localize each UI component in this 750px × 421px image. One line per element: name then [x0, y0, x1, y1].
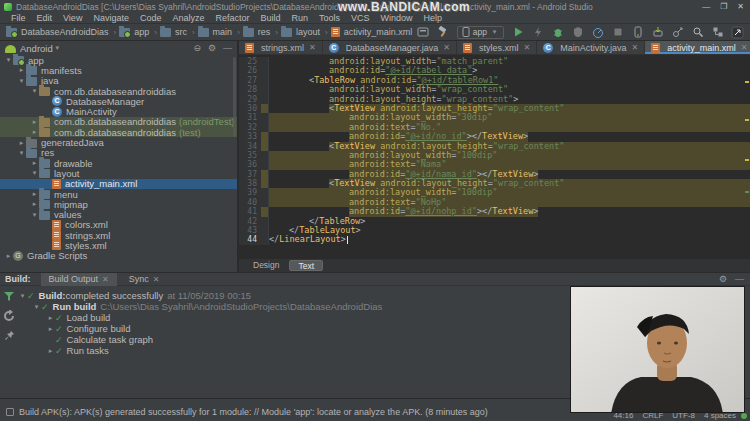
code-line-44[interactable]: 44</LinearLayout> — [239, 235, 750, 244]
menu-edit[interactable]: Edit — [32, 13, 58, 23]
code-editor[interactable]: 25android:layout_width="match_parent"26a… — [239, 55, 750, 258]
chevron-down-icon[interactable]: ▾ — [30, 87, 39, 95]
menu-refactor[interactable]: Refactor — [210, 13, 254, 23]
breadcrumb-main[interactable]: ›main — [189, 27, 232, 37]
chevron-down-icon[interactable]: ▾ — [32, 303, 41, 311]
tree-item-layout[interactable]: ▾layout — [0, 168, 237, 178]
code-line-39[interactable]: 39android:layout_width="100dip" — [239, 188, 750, 197]
build-tab-sync[interactable]: Sync✕ — [121, 273, 168, 286]
editor-tab-styles-xml[interactable]: styles.xml✕ — [457, 41, 537, 54]
menu-window[interactable]: Window — [376, 13, 418, 23]
pin-icon[interactable] — [4, 330, 15, 341]
close-tab-icon[interactable]: ✕ — [524, 43, 531, 52]
tree-item-java[interactable]: ▾java — [0, 76, 237, 86]
restart-build-icon[interactable] — [3, 310, 15, 322]
run-icon[interactable] — [511, 26, 524, 39]
tree-item-manifests[interactable]: ▸manifests — [0, 65, 237, 75]
chevron-right-icon[interactable]: ▸ — [30, 190, 39, 198]
tree-item-generatedjava[interactable]: ▸generatedJava — [0, 137, 237, 147]
tree-item-mainactivity[interactable]: MainActivity — [0, 106, 237, 116]
restore-windows-icon[interactable] — [417, 26, 430, 39]
chevron-right-icon[interactable]: ▸ — [30, 200, 39, 208]
menu-run[interactable]: Run — [287, 13, 314, 23]
settings-icon[interactable]: ⚙ — [208, 43, 216, 53]
tree-item-com-db-databaseandroiddias[interactable]: ▸com.db.databaseandroiddias(test) — [0, 127, 237, 137]
filter-icon[interactable] — [3, 290, 15, 302]
tree-item-colors-xml[interactable]: colors.xml — [0, 220, 237, 230]
tree-item-drawable[interactable]: ▸drawable — [0, 158, 237, 168]
menu-file[interactable]: File — [6, 13, 31, 23]
menu-vcs[interactable]: VCS — [346, 13, 375, 23]
close-tab-icon[interactable]: ✕ — [443, 43, 450, 52]
close-tab-icon[interactable]: ✕ — [309, 43, 316, 52]
chevron-right-icon[interactable]: ▸ — [4, 252, 13, 260]
maximize-button[interactable]: ❐ — [720, 2, 727, 11]
menu-tools[interactable]: Tools — [314, 13, 345, 23]
editor-tab-activity-main-xml[interactable]: activity_main.xml✕ — [645, 41, 750, 54]
status-message[interactable]: Build APK(s): APK(s) generated successfu… — [6, 407, 488, 417]
close-tab-icon[interactable]: ✕ — [632, 43, 639, 52]
project-view-header[interactable]: Android ▾ ⊖ ⚙ — — [0, 41, 237, 55]
menu-code[interactable]: Code — [135, 13, 167, 23]
coverage-icon[interactable] — [571, 26, 584, 39]
editor-tab-mainactivity-java[interactable]: MainActivity.java✕ — [537, 41, 645, 54]
tree-item-databasemanager[interactable]: DatabaseManager — [0, 96, 237, 106]
tree-item-values[interactable]: ▾values — [0, 209, 237, 219]
breadcrumb-res[interactable]: ›res — [234, 27, 270, 37]
search-icon[interactable] — [691, 26, 704, 39]
breadcrumb-src[interactable]: ›src — [151, 27, 187, 37]
menu-analyze[interactable]: Analyze — [167, 13, 209, 23]
minimize-button[interactable]: — — [702, 2, 710, 11]
tree-item-menu[interactable]: ▸menu — [0, 189, 237, 199]
tree-item-com-db-databaseandroiddias[interactable]: ▸com.db.databaseandroiddias(androidTest) — [0, 117, 237, 127]
view-tab-text[interactable]: Text — [289, 260, 323, 271]
chevron-right-icon[interactable]: ▸ — [17, 66, 26, 74]
build-tab-build-output[interactable]: Build Output✕ — [41, 273, 117, 286]
editor-tab-databasemanager-java[interactable]: DatabaseManager.java✕ — [323, 41, 457, 54]
project-view-selector[interactable]: Android — [20, 43, 53, 54]
code-line-31[interactable]: 31android:layout_width="30dip" — [239, 113, 750, 122]
project-scrollbar[interactable] — [233, 57, 236, 137]
breadcrumb-app[interactable]: ›app — [111, 27, 150, 37]
view-tab-design[interactable]: Design — [245, 260, 287, 271]
toolwindow-corner-icon[interactable] — [6, 408, 14, 416]
tree-item-gradle-scripts[interactable]: ▸Gradle Scripts — [0, 251, 237, 261]
apply-changes-icon[interactable] — [531, 26, 544, 39]
tree-item-mipmap[interactable]: ▸mipmap — [0, 199, 237, 209]
menu-view[interactable]: View — [58, 13, 87, 23]
tree-item-strings-xml[interactable]: strings.xml — [0, 230, 237, 240]
chevron-down-icon[interactable]: ▾ — [30, 211, 39, 219]
chevron-right-icon[interactable]: ▸ — [30, 118, 39, 126]
chevron-right-icon[interactable]: ▸ — [17, 139, 26, 147]
code-line-35[interactable]: 35android:layout_width="100dip" — [239, 151, 750, 160]
stop-icon[interactable] — [611, 26, 624, 39]
menu-build[interactable]: Build — [255, 13, 285, 23]
tree-item-styles-xml[interactable]: styles.xml — [0, 240, 237, 250]
screen-record-icon[interactable] — [731, 26, 744, 39]
tree-item-app[interactable]: ▾app — [0, 55, 237, 65]
chevron-down-icon[interactable]: ▾ — [30, 169, 39, 177]
hide-panel-icon[interactable]: — — [735, 274, 744, 284]
code-line-30[interactable]: 30<TextView android:layout_height="wrap_… — [239, 104, 750, 113]
sdk-manager-icon[interactable] — [651, 26, 664, 39]
build-hammer-icon[interactable] — [437, 26, 450, 39]
chevron-right-icon[interactable]: ▸ — [30, 128, 39, 136]
chevron-right-icon[interactable]: ▸ — [46, 347, 55, 355]
chevron-right-icon[interactable]: ▸ — [30, 159, 39, 167]
code-line-25[interactable]: 25android:layout_width="match_parent" — [239, 57, 750, 66]
menu-navigate[interactable]: Navigate — [88, 13, 134, 23]
collapse-all-icon[interactable]: ⊖ — [193, 43, 201, 53]
chevron-right-icon[interactable]: ▸ — [46, 325, 55, 333]
breadcrumb-activity_main.xml[interactable]: ›activity_main.xml — [322, 27, 412, 37]
chevron-down-icon[interactable]: ▾ — [17, 149, 26, 157]
attach-debugger-icon[interactable] — [671, 26, 684, 39]
chevron-down-icon[interactable]: ▾ — [4, 56, 13, 64]
close-button[interactable]: ✕ — [737, 2, 744, 11]
settings-icon[interactable]: ⚙ — [719, 274, 727, 284]
run-configuration-dropdown[interactable]: app▾ — [457, 26, 504, 39]
profiler-icon[interactable] — [591, 26, 604, 39]
debug-icon[interactable] — [551, 26, 564, 39]
tree-item-activity-main-xml[interactable]: activity_main.xml — [0, 179, 237, 189]
project-structure-icon[interactable] — [711, 26, 724, 39]
avd-manager-icon[interactable] — [631, 26, 644, 39]
